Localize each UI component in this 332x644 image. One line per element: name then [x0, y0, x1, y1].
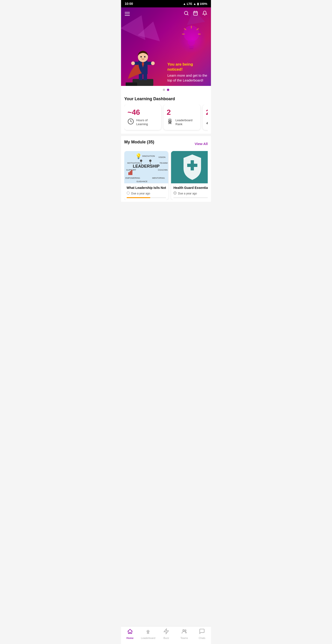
lte-label: LTE: [187, 2, 192, 6]
health-illustration: [171, 151, 208, 183]
rank-value: 2: [167, 108, 197, 116]
svg-rect-1: [189, 46, 194, 48]
module-info-health: Health Guard Essentials Due a year ago: [171, 183, 208, 200]
svg-point-25: [144, 56, 146, 58]
battery-label: 100%: [200, 2, 207, 6]
svg-rect-55: [131, 170, 132, 175]
hero-sub-text: Learn more and get to the top of the Lea…: [167, 73, 207, 83]
status-bar: 10:00 ▲ LTE ▲ ▮ 100%: [121, 0, 211, 8]
svg-line-34: [207, 120, 208, 123]
module-thumb-leadership: LEADERSHIP 💡 MOTIVATION TEAMWORK VISION …: [124, 151, 168, 183]
hamburger-line-2: [125, 14, 130, 14]
svg-rect-2: [189, 48, 193, 49]
svg-rect-54: [130, 171, 131, 175]
dot-1[interactable]: [163, 89, 165, 91]
due-text-health: Due a year ago: [178, 192, 197, 195]
hours-label: Hours ofLearning: [136, 118, 148, 126]
svg-text:COACHING: COACHING: [158, 169, 167, 171]
hero-nav-icons: [184, 10, 207, 17]
medal-stat-icon: [167, 118, 173, 126]
stats-row: ~46 Hours ofLearning 2: [124, 104, 208, 132]
modules-header: My Module (35) View All: [124, 140, 208, 148]
hero-nav: [121, 8, 211, 20]
wifi-icon: ▲: [183, 2, 186, 6]
svg-point-51: [149, 160, 152, 162]
leadership-illustration: LEADERSHIP 💡 MOTIVATION TEAMWORK VISION …: [125, 151, 167, 183]
svg-text:LEADERSHIP: LEADERSHIP: [133, 164, 160, 168]
network-icon: [206, 118, 208, 126]
svg-point-49: [140, 160, 142, 162]
svg-text:SUPPORT: SUPPORT: [126, 169, 136, 171]
signal-icon: ▲: [193, 2, 196, 6]
rank-label: LeaderboardRank: [175, 118, 192, 126]
rank-icon-row: LeaderboardRank: [167, 118, 197, 126]
svg-point-56: [127, 192, 130, 194]
battery-icon: ▮: [197, 2, 199, 6]
module-card-health[interactable]: Health Guard Essentials Due a year ago: [171, 151, 208, 200]
module-title-leadership: What Leadership Is/Is Not: [127, 186, 166, 190]
svg-text:MENTORING: MENTORING: [152, 177, 165, 179]
dot-2[interactable]: [167, 89, 169, 91]
svg-text:TEAMWORK: TEAMWORK: [160, 162, 167, 164]
hamburger-line-1: [125, 12, 130, 12]
hero-highlight-text: You are being noticed!: [167, 62, 207, 72]
stat-card-rank: 2 LeaderboardRank: [164, 104, 200, 130]
status-time: 10:00: [125, 2, 133, 6]
module-due-health: Due a year ago: [173, 192, 208, 195]
hero-pagination: [121, 86, 211, 93]
svg-rect-53: [128, 172, 130, 175]
module-due-leadership: Due a year ago: [127, 192, 166, 195]
svg-text:GUIDANCE: GUIDANCE: [137, 180, 148, 183]
stat-card-courses: 24 CourEnrol: [203, 104, 208, 130]
hours-icon-row: Hours ofLearning: [128, 118, 158, 126]
modules-title: My Module (35): [124, 140, 154, 144]
hamburger-line-3: [125, 15, 130, 16]
clock-icon: [128, 118, 134, 126]
module-title-health: Health Guard Essentials: [173, 186, 208, 190]
svg-text:INNOVATION: INNOVATION: [142, 155, 155, 157]
status-right: ▲ LTE ▲ ▮ 100%: [183, 2, 207, 6]
courses-value: 24: [206, 108, 208, 116]
search-icon[interactable]: [184, 10, 189, 17]
view-all-button[interactable]: View All: [195, 142, 208, 146]
stat-card-hours: ~46 Hours ofLearning: [124, 104, 161, 130]
svg-text:MOTIVATION: MOTIVATION: [127, 162, 140, 164]
svg-rect-15: [126, 82, 137, 86]
svg-text:EMPOWERING: EMPOWERING: [125, 177, 140, 179]
lightbulb-icon: [179, 24, 204, 54]
module-card-leadership[interactable]: LEADERSHIP 💡 MOTIVATION TEAMWORK VISION …: [124, 151, 168, 200]
modules-list: LEADERSHIP 💡 MOTIVATION TEAMWORK VISION …: [124, 151, 208, 200]
module-progress-health: [173, 197, 208, 198]
module-thumb-health: [171, 151, 208, 183]
module-progress-leadership: [127, 197, 166, 198]
learning-dashboard: Your Learning Dashboard ~46 Hours ofLear…: [121, 93, 211, 134]
hero-banner: You are being noticed! Learn more and ge…: [121, 8, 211, 86]
due-text-leadership: Due a year ago: [131, 192, 150, 195]
svg-point-24: [140, 56, 142, 58]
svg-point-28: [207, 123, 208, 124]
svg-line-9: [187, 14, 188, 15]
module-info-leadership: What Leadership Is/Is Not Due a year ago: [124, 183, 168, 200]
progress-bar-leadership: [127, 197, 150, 198]
svg-text:VISION: VISION: [159, 156, 166, 158]
hero-text-area: You are being noticed! Learn more and ge…: [121, 62, 211, 83]
svg-text:💡: 💡: [135, 153, 142, 159]
modules-section: My Module (35) View All LEADERSHIP 💡 MOT…: [121, 136, 211, 202]
due-icon-leadership: [127, 192, 130, 195]
courses-icon-row: CourEnrol: [206, 118, 208, 126]
nav-spacer: [121, 202, 211, 220]
hamburger-menu[interactable]: [125, 12, 130, 16]
calendar-icon[interactable]: [193, 10, 198, 17]
svg-marker-59: [175, 192, 176, 194]
hours-value: ~46: [128, 108, 158, 116]
dashboard-title: Your Learning Dashboard: [124, 96, 208, 101]
due-icon-health: [173, 192, 176, 195]
svg-rect-10: [194, 12, 198, 15]
bell-icon[interactable]: [202, 10, 207, 17]
